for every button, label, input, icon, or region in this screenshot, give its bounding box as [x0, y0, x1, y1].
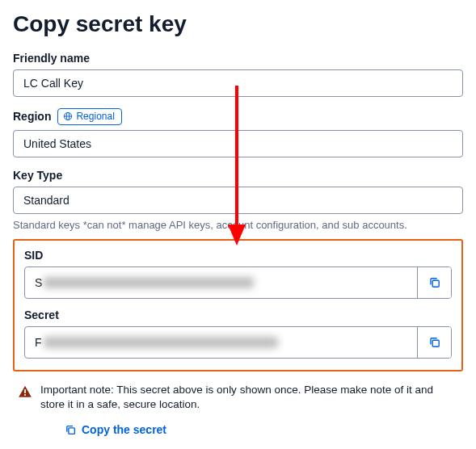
copy-icon	[65, 424, 77, 436]
svg-rect-4	[432, 340, 439, 346]
region-badge: Regional	[57, 108, 121, 125]
sid-field[interactable]: S	[25, 267, 417, 298]
sid-label: SID	[24, 249, 452, 262]
secret-group: Secret F	[24, 308, 452, 359]
important-note-text: Important note: This secret above is onl…	[40, 383, 460, 412]
key-type-group: Key Type Standard	[13, 169, 463, 214]
key-type-helper: Standard keys *can not* manage API keys,…	[13, 219, 463, 231]
key-type-field[interactable]: Standard	[13, 187, 463, 214]
copy-secret-button[interactable]	[417, 327, 451, 358]
copy-the-secret-label: Copy the secret	[82, 423, 166, 436]
secret-field[interactable]: F	[25, 327, 417, 358]
credentials-highlight-box: SID S Secret F	[13, 239, 463, 371]
page-title: Copy secret key	[13, 11, 463, 37]
svg-rect-7	[69, 428, 75, 434]
svg-rect-5	[24, 389, 26, 393]
copy-the-secret-button[interactable]: Copy the secret	[65, 423, 166, 436]
friendly-name-group: Friendly name LC Call Key	[13, 52, 463, 97]
secret-masked-value	[44, 337, 278, 348]
copy-icon	[428, 276, 441, 289]
sid-masked-value	[44, 277, 254, 288]
warning-icon	[18, 384, 32, 399]
region-field[interactable]: United States	[13, 130, 463, 157]
important-note: Important note: This secret above is onl…	[13, 381, 463, 412]
region-label: Region	[13, 110, 51, 123]
secret-label: Secret	[24, 308, 452, 321]
sid-group: SID S	[24, 249, 452, 299]
svg-rect-3	[432, 280, 439, 287]
region-group: Region Regional United States	[13, 108, 463, 157]
key-type-label: Key Type	[13, 169, 463, 182]
copy-sid-button[interactable]	[417, 267, 451, 298]
svg-rect-6	[24, 394, 26, 396]
sid-prefix: S	[35, 276, 42, 289]
friendly-name-field[interactable]: LC Call Key	[13, 69, 463, 97]
friendly-name-label: Friendly name	[13, 52, 463, 65]
secret-prefix: F	[35, 336, 42, 349]
region-badge-text: Regional	[76, 110, 114, 124]
globe-icon	[63, 111, 73, 121]
copy-icon	[428, 336, 441, 349]
